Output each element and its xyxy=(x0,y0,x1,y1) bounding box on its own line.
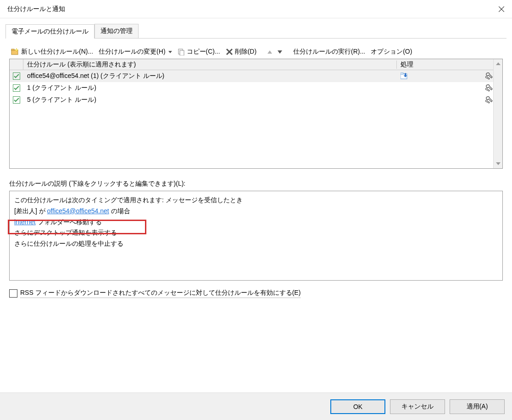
tab-label: 電子メールの仕分けルール xyxy=(11,28,89,35)
column-label: 処理 xyxy=(401,61,413,68)
svg-rect-6 xyxy=(180,50,184,55)
rule-action-cell xyxy=(397,72,493,80)
tabs: 電子メールの仕分けルール 通知の管理 xyxy=(6,24,506,39)
checkbox-checked-icon[interactable] xyxy=(13,72,20,80)
apply-button[interactable]: 適用(A) xyxy=(450,399,505,414)
close-button[interactable] xyxy=(491,0,512,18)
desc-text: の場合 xyxy=(109,207,130,215)
rss-enable-row: RSS フィードからダウンロードされたすべてのメッセージに対して仕分けルールを有… xyxy=(9,289,503,298)
cancel-button[interactable]: キャンセル xyxy=(390,399,445,414)
tab-manage-alerts[interactable]: 通知の管理 xyxy=(95,24,139,38)
copy-icon xyxy=(178,48,185,55)
folder-link[interactable]: internet xyxy=(14,218,36,226)
dialog-body: 電子メールの仕分けルール 通知の管理 新しい仕分けルール(N)... 仕分けルー… xyxy=(0,18,512,301)
rss-checkbox[interactable] xyxy=(9,289,17,298)
toolbar-label: 新しい仕分けルール(N)... xyxy=(21,48,93,56)
desc-text: [差出人] が xyxy=(14,207,47,215)
rule-name-cell: 5 (クライアント ルール) xyxy=(23,96,397,104)
rule-name-cell: 1 (クライアント ルール) xyxy=(23,84,397,92)
chevron-up-icon xyxy=(496,62,501,65)
vertical-scrollbar xyxy=(493,59,502,168)
delete-x-icon xyxy=(226,48,233,55)
chevron-down-icon xyxy=(496,162,501,165)
desc-line-timing: この仕分けルールは次のタイミングで適用されます: メッセージを受信したとき xyxy=(14,195,498,206)
arrow-up-icon xyxy=(267,50,272,54)
dialog-footer: OK キャンセル 適用(A) xyxy=(0,392,512,420)
copy-button[interactable]: コピー(C)... xyxy=(176,47,222,57)
svg-marker-12 xyxy=(496,162,501,165)
grid-header-checkbox-col xyxy=(10,59,23,70)
run-rules-button[interactable]: 仕分けルールの実行(R)... xyxy=(291,47,367,57)
wrench-icon xyxy=(485,96,493,104)
tab-label: 通知の管理 xyxy=(100,27,133,34)
grid-header-action[interactable]: 処理 xyxy=(397,61,493,69)
table-row[interactable]: office54@office54.net (1) (クライアント ルール) xyxy=(10,70,493,82)
scroll-track[interactable] xyxy=(494,68,502,159)
grid-header-rule[interactable]: 仕分けルール (表示順に適用されます) xyxy=(23,61,397,69)
scroll-down-button[interactable] xyxy=(494,159,502,168)
checkbox-checked-icon[interactable] xyxy=(13,84,20,92)
svg-rect-3 xyxy=(11,49,14,50)
tab-content: 新しい仕分けルール(N)... 仕分けルールの変更(H) コピー(C)... 削… xyxy=(6,42,506,301)
rules-grid-content: 仕分けルール (表示順に適用されます) 処理 office54@office54… xyxy=(10,59,493,168)
wrench-icon xyxy=(485,84,493,92)
toolbar: 新しい仕分けルール(N)... 仕分けルールの変更(H) コピー(C)... 削… xyxy=(6,45,506,59)
checkbox-checked-icon[interactable] xyxy=(13,96,20,104)
svg-rect-10 xyxy=(401,73,403,74)
toolbar-label: 削除(D) xyxy=(235,48,256,56)
move-down-button[interactable] xyxy=(276,50,284,55)
titlebar-title: 仕分けルールと通知 xyxy=(7,5,65,13)
move-up-button[interactable] xyxy=(266,50,274,55)
close-icon xyxy=(499,6,504,12)
toolbar-label: オプション(O) xyxy=(371,48,412,56)
tab-email-rules[interactable]: 電子メールの仕分けルール xyxy=(6,24,95,39)
desc-line-desktop-alert: さらにデスクトップ通知を表示する xyxy=(14,227,498,238)
description-label: 仕分けルールの説明 (下線をクリックすると編集できます)(L): xyxy=(9,180,503,188)
folder-sparkle-icon xyxy=(11,48,19,55)
toolbar-label: 仕分けルールの変更(H) xyxy=(99,48,165,56)
rules-grid: 仕分けルール (表示順に適用されます) 処理 office54@office54… xyxy=(9,59,503,169)
rss-checkbox-label[interactable]: RSS フィードからダウンロードされたすべてのメッセージに対して仕分けルールを有… xyxy=(20,289,301,298)
desc-line-stop: さらに仕分けルールの処理を中止する xyxy=(14,238,498,249)
arrow-down-icon xyxy=(278,50,282,54)
svg-marker-11 xyxy=(496,62,501,65)
rule-action-cell xyxy=(397,84,493,92)
ok-button[interactable]: OK xyxy=(330,399,385,414)
rules-grid-header: 仕分けルール (表示順に適用されます) 処理 xyxy=(10,59,493,70)
sender-link[interactable]: office54@office54.net xyxy=(47,207,109,215)
titlebar: 仕分けルールと通知 xyxy=(0,0,512,18)
move-to-folder-icon xyxy=(401,72,410,80)
rules-grid-rows: office54@office54.net (1) (クライアント ルール)1 … xyxy=(10,70,493,106)
desc-line-sender: [差出人] が office54@office54.net の場合 xyxy=(14,206,498,217)
rule-name-cell: office54@office54.net (1) (クライアント ルール) xyxy=(23,72,397,80)
delete-button[interactable]: 削除(D) xyxy=(224,47,258,57)
new-rule-button[interactable]: 新しい仕分けルール(N)... xyxy=(9,47,95,57)
rule-checkbox-cell xyxy=(10,72,23,80)
desc-line-folder: internet フォルダーへ移動する xyxy=(14,217,498,228)
toolbar-label: 仕分けルールの実行(R)... xyxy=(293,48,365,56)
table-row[interactable]: 5 (クライアント ルール) xyxy=(10,94,493,106)
toolbar-label: コピー(C)... xyxy=(187,48,220,56)
rule-action-cell xyxy=(397,96,493,104)
change-rule-button[interactable]: 仕分けルールの変更(H) xyxy=(97,47,173,57)
wrench-icon xyxy=(485,72,493,80)
chevron-down-icon xyxy=(168,51,172,53)
scroll-up-button[interactable] xyxy=(494,59,502,68)
options-button[interactable]: オプション(O) xyxy=(369,47,414,57)
rule-checkbox-cell xyxy=(10,84,23,92)
desc-text: フォルダーへ移動する xyxy=(36,218,102,226)
description-box: この仕分けルールは次のタイミングで適用されます: メッセージを受信したとき [差… xyxy=(9,191,503,281)
table-row[interactable]: 1 (クライアント ルール) xyxy=(10,82,493,94)
rule-checkbox-cell xyxy=(10,96,23,104)
column-label: 仕分けルール (表示順に適用されます) xyxy=(27,61,136,68)
